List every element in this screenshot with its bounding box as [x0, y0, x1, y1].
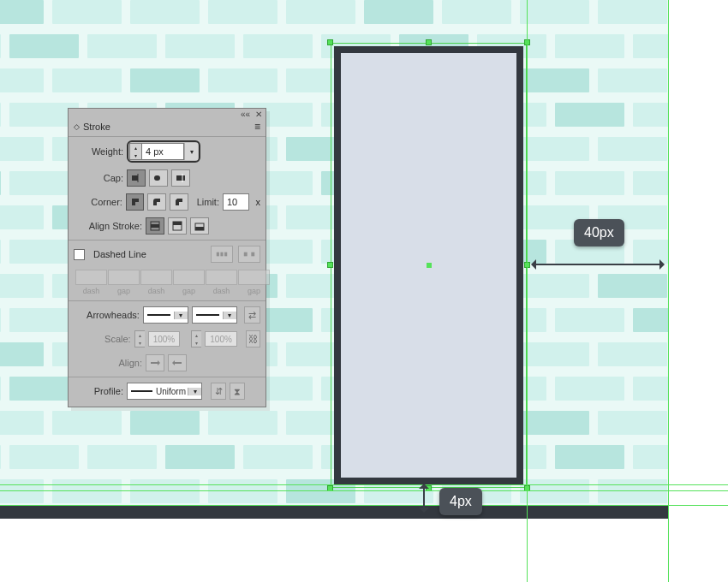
- selection-handle-nw[interactable]: [327, 39, 333, 45]
- corner-bevel-button[interactable]: [170, 193, 188, 211]
- svg-rect-8: [173, 222, 182, 225]
- panel-title: Stroke: [83, 122, 110, 132]
- arrowheads-label: Arrowheads:: [74, 310, 140, 320]
- align-stroke-center-button[interactable]: [146, 217, 164, 235]
- align-stroke-inside-button[interactable]: [168, 217, 187, 235]
- gap-input-2[interactable]: [173, 270, 205, 285]
- weight-dropdown[interactable]: ▾: [184, 143, 198, 160]
- svg-rect-14: [244, 252, 248, 257]
- svg-rect-12: [220, 252, 223, 257]
- dimension-label: 40px: [574, 219, 624, 246]
- dimension-arrow-horizontal: [534, 264, 661, 265]
- dash-col-label: gap: [238, 287, 270, 295]
- dimension-label: 4px: [439, 488, 482, 515]
- limit-label: Limit:: [197, 197, 219, 207]
- dash-input-2[interactable]: [140, 270, 172, 285]
- selection-handle-w[interactable]: [327, 262, 333, 268]
- guide-vertical[interactable]: [527, 0, 528, 582]
- svg-rect-15: [251, 252, 254, 257]
- arrow-scale-end-stepper[interactable]: ▴▾: [191, 330, 201, 347]
- dash-preserve-exact-button[interactable]: [211, 246, 233, 263]
- cap-butt-button[interactable]: [127, 169, 146, 187]
- selection-center-handle[interactable]: [427, 263, 432, 268]
- corner-miter-button[interactable]: [126, 193, 145, 211]
- profile-label: Profile:: [74, 386, 123, 396]
- svg-rect-5: [151, 224, 159, 228]
- dashed-line-checkbox[interactable]: [74, 249, 85, 260]
- dash-input-1[interactable]: [75, 270, 107, 285]
- svg-rect-2: [154, 175, 160, 181]
- flip-along-button[interactable]: ⇵: [211, 383, 226, 400]
- cap-round-button[interactable]: [149, 169, 168, 187]
- align-stroke-label: Align Stroke:: [74, 221, 142, 231]
- panel-expand-icon[interactable]: ◇: [74, 122, 80, 131]
- dash-col-label: gap: [108, 287, 140, 295]
- profile-select[interactable]: Uniform ▾: [127, 383, 202, 400]
- artwork-dark-bar: [0, 506, 668, 519]
- svg-rect-10: [195, 227, 204, 230]
- gap-input-1[interactable]: [108, 270, 140, 285]
- profile-value: Uniform: [156, 387, 186, 396]
- align-stroke-outside-button[interactable]: [190, 217, 209, 235]
- arrow-scale-end-input[interactable]: 100%: [205, 331, 237, 347]
- arrow-align-tip-button[interactable]: [168, 354, 187, 371]
- cap-label: Cap:: [74, 173, 123, 183]
- corner-round-button[interactable]: [147, 193, 166, 211]
- svg-rect-13: [224, 252, 227, 257]
- dash-input-3[interactable]: [206, 270, 237, 285]
- dash-col-label: dash: [140, 287, 172, 295]
- arrow-align-label: Align:: [74, 358, 142, 368]
- dash-col-label: dash: [75, 287, 107, 295]
- guide-horizontal[interactable]: [0, 490, 728, 491]
- panel-menu-icon[interactable]: ≡: [254, 121, 260, 133]
- dash-col-label: gap: [173, 287, 205, 295]
- weight-input[interactable]: 4 px: [141, 143, 184, 160]
- swap-arrowheads-button[interactable]: ⇄: [244, 306, 260, 324]
- guide-horizontal[interactable]: [0, 484, 728, 485]
- gap-input-3[interactable]: [238, 270, 270, 285]
- weight-stepper[interactable]: ▴▾: [129, 143, 141, 160]
- corner-label: Corner:: [74, 197, 122, 207]
- stroke-panel[interactable]: «« ✕ ◇ Stroke ≡ Weight: ▴▾ 4 px ▾ Cap: C…: [68, 108, 266, 407]
- dash-align-corners-button[interactable]: [238, 246, 260, 263]
- weight-label: Weight:: [74, 146, 123, 157]
- svg-rect-0: [132, 175, 138, 181]
- flip-across-button[interactable]: ⧗: [230, 383, 245, 400]
- arrow-scale-start-stepper[interactable]: ▴▾: [134, 330, 145, 347]
- limit-unit: x: [255, 197, 260, 207]
- cap-projecting-button[interactable]: [171, 169, 190, 187]
- selection-handle-n[interactable]: [426, 39, 432, 45]
- selected-rectangle[interactable]: [331, 43, 527, 488]
- guide-horizontal[interactable]: [0, 505, 728, 506]
- link-scale-button[interactable]: ⛓: [246, 330, 260, 347]
- panel-collapse-icon[interactable]: ««: [241, 110, 250, 119]
- svg-rect-3: [176, 175, 185, 181]
- panel-close-icon[interactable]: ✕: [255, 110, 262, 119]
- dashed-line-label: Dashed Line: [93, 249, 146, 259]
- arrowhead-start-select[interactable]: ▾: [143, 306, 188, 324]
- arrow-scale-start-input[interactable]: 100%: [148, 331, 181, 347]
- arrow-align-extend-button[interactable]: [146, 354, 164, 371]
- weight-field-highlight: ▴▾ 4 px ▾: [127, 140, 200, 163]
- arrow-scale-label: Scale:: [74, 334, 131, 344]
- limit-input[interactable]: 10: [223, 193, 250, 211]
- dash-col-label: dash: [206, 287, 237, 295]
- guide-vertical[interactable]: [668, 0, 669, 582]
- dimension-arrow-vertical: [423, 487, 425, 509]
- arrowhead-end-select[interactable]: ▾: [192, 306, 237, 324]
- svg-rect-11: [217, 252, 219, 257]
